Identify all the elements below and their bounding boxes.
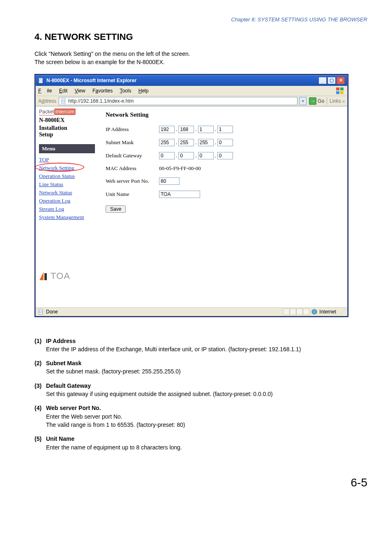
address-label: Address: [38, 98, 56, 104]
desc-item-4: (4)Web server Port No. Enter the Web ser…: [35, 404, 367, 429]
go-label: Go: [318, 98, 324, 104]
address-page-icon: [61, 98, 67, 104]
desc-body-5: Enter the name of equipment up to 8 char…: [46, 443, 367, 451]
intro-line-1: Click "Network Setting" on the menu on t…: [35, 51, 190, 57]
menu-link-line-status[interactable]: Line Status: [39, 180, 95, 189]
row-subnet-mask: Subnet Mask . . .: [106, 139, 340, 146]
intro-text: Click "Network Setting" on the menu on t…: [35, 50, 367, 67]
unit-name-label: Unit Name: [106, 191, 159, 198]
menu-link-network-setting[interactable]: Network Setting: [39, 164, 95, 172]
desc-heading-5: Unit Name: [46, 435, 74, 442]
page-number: 6-5: [35, 476, 367, 489]
gateway-octet-4[interactable]: [217, 152, 233, 159]
main-panel: Network Setting IP Address . . . Subnet …: [98, 106, 347, 307]
row-default-gateway: Default Gateway . . .: [106, 152, 340, 159]
intro-line-2: The screen below is an example for the N…: [35, 59, 165, 65]
desc-heading-1: IP Address: [46, 338, 76, 344]
menu-link-network-status[interactable]: Network Status: [39, 189, 95, 197]
ie-addressbar: Address http://192.168.1.1/index-e.htm ▾…: [36, 96, 347, 106]
svg-rect-8: [44, 273, 47, 280]
desc-heading-2: Subnet Mask: [46, 360, 81, 366]
menu-link-stream-log[interactable]: Stream Log: [39, 205, 95, 213]
menu-view[interactable]: View: [75, 88, 85, 94]
setup-title-2: Setup: [39, 131, 53, 138]
ie-statusbar: Done Internet ⋰: [36, 307, 347, 316]
device-model: N-8000EX: [39, 117, 95, 124]
port-input[interactable]: [159, 177, 180, 185]
desc-num-5: (5): [35, 435, 46, 443]
ip-address-label: IP Address: [106, 126, 159, 133]
address-input[interactable]: http://192.168.1.1/index-e.htm: [59, 97, 297, 105]
menu-tools[interactable]: Tools: [120, 88, 131, 94]
desc-item-3: (3)Default Gateway Set this gateway if u…: [35, 382, 367, 398]
desc-num-2: (2): [35, 359, 46, 367]
ie-window: N-8000EX - Microsoft Internet Explorer _…: [35, 75, 348, 316]
desc-num-3: (3): [35, 382, 46, 390]
status-zone-text: Internet: [319, 309, 336, 315]
desc-item-5: (5)Unit Name Enter the name of equipment…: [35, 435, 367, 451]
brand-bar: PacketIntercom: [39, 109, 95, 115]
ie-page-icon: [38, 78, 44, 83]
menu-help[interactable]: Help: [138, 88, 149, 94]
setup-title: Installation Setup: [39, 125, 95, 139]
brand-intercom: Intercom: [54, 108, 76, 115]
menu-link-system-management[interactable]: System Management: [39, 213, 95, 221]
desc-num-1: (1): [35, 337, 46, 345]
subnet-octet-4[interactable]: [217, 139, 233, 146]
svg-rect-3: [340, 88, 344, 90]
menu-link-top[interactable]: TOP: [39, 156, 95, 164]
desc-heading-4: Web server Port No.: [46, 405, 101, 411]
menu-edit[interactable]: Edit: [59, 88, 68, 94]
subnet-octet-1[interactable]: [159, 139, 175, 146]
port-label: Web server Port No.: [106, 178, 159, 184]
gateway-octet-1[interactable]: [159, 152, 175, 159]
unit-name-input[interactable]: [159, 191, 200, 198]
menu-file[interactable]: File: [38, 88, 52, 94]
menu-link-operation-log[interactable]: Operation Log: [39, 197, 95, 205]
status-cells: [283, 309, 309, 315]
addressbar-separator: [327, 97, 327, 105]
go-button[interactable]: → Go: [309, 97, 324, 105]
menu-link-operation-status[interactable]: Operation Status: [39, 172, 95, 180]
close-button[interactable]: ✕: [337, 77, 345, 84]
resize-grip-icon: ⋰: [341, 309, 345, 314]
desc-item-2: (2)Subnet Mask Set the subnet mask. (fac…: [35, 359, 367, 376]
menu-header: Menu: [39, 144, 95, 153]
maximize-button[interactable]: ▢: [327, 77, 336, 84]
desc-item-1: (1)IP Address Enter the IP address of th…: [35, 337, 367, 354]
address-url: http://192.168.1.1/index-e.htm: [68, 98, 134, 104]
ie-titlebar: N-8000EX - Microsoft Internet Explorer _…: [36, 75, 347, 86]
screenshot-border: N-8000EX - Microsoft Internet Explorer _…: [35, 74, 348, 317]
gateway-octet-3[interactable]: [198, 152, 214, 159]
subnet-mask-label: Subnet Mask: [106, 139, 159, 146]
subnet-octet-3[interactable]: [198, 139, 214, 146]
menu-favorites[interactable]: Favorites: [92, 88, 113, 94]
links-label[interactable]: Links »: [330, 98, 345, 104]
sidebar: PacketIntercom N-8000EX Installation Set…: [36, 106, 98, 307]
status-done-text: Done: [46, 309, 58, 315]
brand-packet: Packet: [39, 109, 54, 115]
ip-octet-2[interactable]: [178, 126, 194, 133]
subnet-octet-2[interactable]: [178, 139, 194, 146]
ip-octet-3[interactable]: [198, 126, 214, 133]
ie-content-frame: PacketIntercom N-8000EX Installation Set…: [36, 106, 347, 307]
description-list: (1)IP Address Enter the IP address of th…: [35, 337, 367, 451]
status-done-icon: [38, 309, 44, 315]
mac-address-value: 00-05-F9-FF-00-00: [159, 165, 201, 172]
row-port: Web server Port No.: [106, 177, 340, 185]
row-unit-name: Unit Name: [106, 191, 340, 198]
ip-octet-1[interactable]: [159, 126, 175, 133]
address-dropdown[interactable]: ▾: [299, 97, 307, 105]
section-title: 4. NETWORK SETTING: [35, 32, 367, 42]
gateway-octet-2[interactable]: [178, 152, 194, 159]
desc-body-1: Enter the IP address of the Exchange, Mu…: [46, 345, 367, 353]
panel-title: Network Setting: [106, 111, 340, 118]
chapter-header: Chapter 6: SYSTEM SETTINGS USING THE BRO…: [35, 16, 367, 23]
minimize-button[interactable]: _: [318, 77, 327, 84]
row-ip-address: IP Address . . .: [106, 126, 340, 133]
go-arrow-icon: →: [309, 97, 316, 105]
ie-title-text: N-8000EX - Microsoft Internet Explorer: [46, 78, 136, 83]
save-button[interactable]: Save: [106, 205, 126, 213]
ie-flag-icon: [336, 87, 345, 94]
ip-octet-4[interactable]: [217, 126, 233, 133]
